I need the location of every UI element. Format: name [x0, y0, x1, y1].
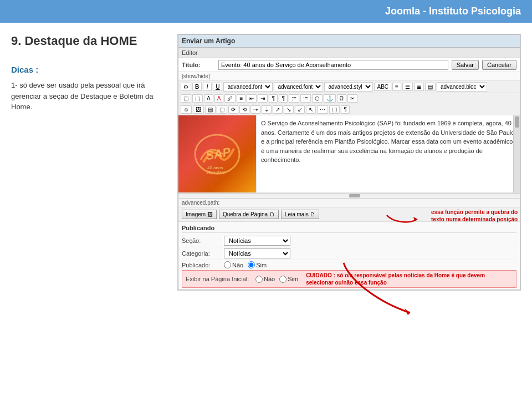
toolbar-row-1: ⚙ B I U advanced.font advanced.font adva…: [178, 81, 520, 93]
title-input[interactable]: [218, 60, 448, 70]
tips-text: 1- só deve ser usado pela pessoal que ir…: [11, 80, 166, 113]
publishing-title: Publicando: [182, 224, 516, 233]
tb3-14[interactable]: ⬚: [329, 105, 340, 114]
align-right-button[interactable]: ≣: [414, 83, 424, 91]
editor-scrollbar[interactable]: [513, 115, 520, 192]
toolbar-row-3: ☺ 🖼 ▤ ⬚ ⟳ ⟲ ⇢ ⇣ ↗ ↘ ↙ ↖ ⋯ ⬚ ¶: [178, 104, 520, 115]
tb2-14[interactable]: ⚓: [324, 94, 336, 103]
tb2-8[interactable]: ⇥: [258, 94, 268, 103]
tb2-1[interactable]: ⬚: [181, 94, 191, 103]
frontpage-no-option[interactable]: Não: [255, 276, 275, 283]
align-left-button[interactable]: ≡: [392, 83, 401, 91]
red-arrow-svg: [381, 211, 426, 227]
header-title: Joomla - Instituto Psicologia: [385, 6, 521, 17]
tb2-15[interactable]: Ω: [337, 94, 346, 103]
published-row: Publicado: Não Sim: [182, 260, 516, 270]
tb3-13[interactable]: ⋯: [317, 105, 328, 114]
tb2-7[interactable]: ⇤: [247, 94, 257, 103]
tb3-6[interactable]: ⟲: [239, 105, 249, 114]
insert-row: Imagem 🖼 Quebra de Página 🗋 Leia mais 🗋: [178, 207, 520, 222]
frontpage-label: Exibir na Página Inicial:: [186, 276, 252, 282]
insert-pagebreak-button[interactable]: Quebra de Página 🗋: [219, 210, 279, 219]
title-field-row: Título: Salvar Cancelar: [178, 58, 520, 72]
cms-screenshot: Enviar um Artigo Editor Título: Salvar C…: [177, 34, 521, 291]
tb2-10[interactable]: ¶: [279, 94, 288, 103]
sap-logo-svg: SAP 40 anos 1969-2009: [190, 129, 245, 179]
published-no-radio[interactable]: [224, 261, 231, 268]
tb3-15[interactable]: ¶: [341, 105, 350, 114]
tips-label: Dicas :: [11, 65, 166, 74]
tb3-9[interactable]: ↗: [273, 105, 283, 114]
frontpage-no-radio[interactable]: [255, 276, 263, 283]
svg-text:40 anos: 40 anos: [207, 165, 223, 170]
abc-button[interactable]: ABC: [374, 83, 391, 91]
category-select[interactable]: Notícias: [224, 248, 290, 258]
tb3-11[interactable]: ↙: [295, 105, 305, 114]
style-select[interactable]: advanced.styl: [324, 82, 373, 92]
tb2-11[interactable]: :=: [289, 94, 299, 103]
italic-button[interactable]: I: [203, 83, 212, 91]
cms-window: Enviar um Artigo Editor Título: Salvar C…: [178, 34, 520, 290]
tb2-5[interactable]: 🖊: [224, 94, 236, 103]
published-yes-option[interactable]: Sim: [248, 261, 267, 268]
tb2-2[interactable]: ⬚: [192, 94, 203, 103]
annotation-arrow: [381, 211, 426, 229]
underline-button[interactable]: U: [213, 83, 222, 91]
save-button[interactable]: Salvar: [452, 60, 479, 70]
tb3-4[interactable]: ⬚: [217, 105, 227, 114]
editor-text-area[interactable]: O Serviço de Aconselhamento Psicológico …: [256, 115, 520, 192]
font-select-2[interactable]: advanced.font: [274, 82, 323, 92]
scrollbar-thumb: [515, 116, 519, 128]
bloc-select[interactable]: advanced.bloc: [437, 82, 487, 92]
tb2-12[interactable]: :=: [300, 94, 311, 103]
main-content: 9. Destaque da HOME Dicas : 1- só deve s…: [0, 23, 532, 302]
publishing-section: Publicando Seção: Notícias Categoria: No…: [178, 222, 520, 290]
insert-readmore-button[interactable]: Leia mais 🗋: [281, 210, 320, 219]
section-label: Seção:: [182, 237, 221, 244]
frontpage-yes-radio[interactable]: [279, 276, 287, 283]
tb3-7[interactable]: ⇢: [250, 105, 260, 114]
section-row: Seção: Notícias: [182, 235, 516, 247]
bold-button[interactable]: B: [192, 83, 202, 91]
frontpage-yes-option[interactable]: Sim: [279, 276, 298, 283]
left-panel: 9. Destaque da HOME Dicas : 1- só deve s…: [11, 34, 166, 291]
h-scrollbar-thumb: [349, 194, 360, 197]
tb3-10[interactable]: ↘: [284, 105, 294, 114]
published-no-option[interactable]: Não: [224, 261, 243, 268]
title-label: Título:: [182, 62, 215, 68]
toolbar-icon-1[interactable]: ⚙: [181, 83, 191, 91]
tb3-3[interactable]: ▤: [205, 105, 216, 114]
showhide-row: [show/hide]: [178, 72, 520, 81]
tb2-4[interactable]: A: [214, 94, 224, 103]
section-select[interactable]: Notícias: [224, 236, 290, 246]
published-yes-radio[interactable]: [248, 261, 255, 268]
insert-readmore-label: Leia mais 🗋: [285, 211, 316, 217]
tb3-12[interactable]: ↖: [306, 105, 316, 114]
frontpage-radio-group: Não Sim: [255, 276, 298, 283]
editor-label-bar: Editor: [178, 48, 520, 58]
horizontal-scrollbar[interactable]: [178, 193, 520, 199]
insert-pagebreak-label: Quebra de Página 🗋: [223, 211, 275, 217]
annotation-text: essa função permite a quebra do texto nu…: [431, 209, 520, 223]
font-select-1[interactable]: advanced.font: [223, 82, 273, 92]
tb3-1[interactable]: ☺: [181, 105, 192, 114]
tb2-9[interactable]: ¶: [269, 94, 278, 103]
article-image: SAP 40 anos 1969-2009: [178, 115, 256, 192]
tb2-13[interactable]: ⬡: [312, 94, 323, 103]
tb2-3[interactable]: A: [204, 94, 213, 103]
tb3-8[interactable]: ⇣: [262, 105, 272, 114]
category-row: Categoria: Notícias: [182, 247, 516, 260]
tb3-5[interactable]: ⟳: [228, 105, 238, 114]
article-text: O Serviço de Aconselhamento Psicológico …: [261, 120, 514, 163]
tb3-2[interactable]: 🖼: [193, 105, 204, 114]
cancel-button[interactable]: Cancelar: [482, 60, 516, 70]
align-center-button[interactable]: ☰: [402, 83, 413, 91]
header: Joomla - Instituto Psicologia: [0, 0, 532, 23]
toolbar-row-2: ⬚ ⬚ A A 🖊 ≡ ⇤ ⇥ ¶ ¶ := := ⬡ ⚓ Ω ✂: [178, 93, 520, 104]
insert-image-button[interactable]: Imagem 🖼: [182, 210, 217, 219]
tb2-6[interactable]: ≡: [237, 94, 245, 103]
align-justify-button[interactable]: ▤: [425, 83, 436, 91]
tb2-16[interactable]: ✂: [347, 94, 357, 103]
page-title: 9. Destaque da HOME: [11, 34, 166, 48]
insert-image-label: Imagem 🖼: [186, 211, 213, 217]
